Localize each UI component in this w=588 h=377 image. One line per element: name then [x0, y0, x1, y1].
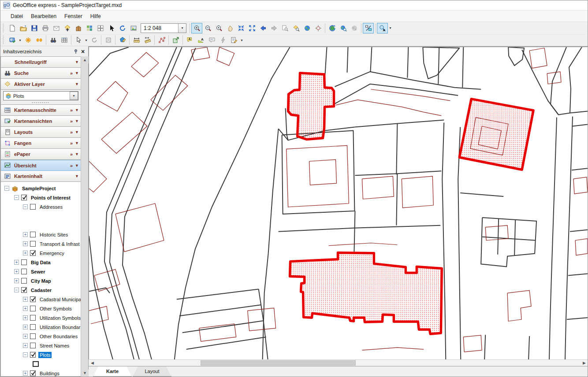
collapse-icon[interactable]: −	[14, 195, 19, 200]
expand-chevron-icon[interactable]: »	[70, 163, 73, 168]
checkbox-unchecked[interactable]	[30, 306, 36, 311]
selected-plot[interactable]	[459, 99, 533, 170]
previous-extent-button[interactable]	[257, 23, 268, 33]
new-document-button[interactable]	[7, 23, 18, 33]
panel-kartenausschnitte[interactable]: Kartenausschnitte»▼	[1, 105, 81, 116]
toolbar-dropdown-icon[interactable]: ▾	[84, 35, 89, 45]
checkbox-unchecked[interactable]	[30, 204, 36, 210]
create-points-button[interactable]	[33, 35, 45, 45]
expand-chevron-icon[interactable]: »	[70, 107, 73, 113]
layer-label[interactable]: Addresses	[38, 204, 64, 210]
layer-label[interactable]: Transport & Infrast	[38, 241, 81, 247]
toolbar-dropdown-icon[interactable]: ▾	[239, 35, 244, 45]
comment-button[interactable]	[206, 35, 217, 45]
panel-dropdown-icon[interactable]: ▼	[75, 163, 79, 168]
layer-label[interactable]: Historic Sites	[38, 232, 69, 238]
open-project-button[interactable]	[18, 23, 29, 33]
expand-icon[interactable]: +	[14, 278, 19, 283]
zoom-in-button[interactable]	[191, 23, 202, 33]
expand-icon[interactable]: +	[23, 251, 28, 255]
layer-label[interactable]: Utilization Symbols	[38, 315, 81, 321]
measure-area-button[interactable]	[142, 35, 153, 45]
export-image-button[interactable]	[128, 23, 139, 33]
identify-button[interactable]	[290, 23, 301, 33]
checkbox-unchecked[interactable]	[30, 333, 36, 339]
checkbox-checked[interactable]	[30, 352, 36, 358]
selected-plot[interactable]	[288, 73, 334, 140]
panel-resize-grip[interactable]: ▪▪▪▪▪▪▪▪▪	[3, 100, 78, 104]
find-label-button[interactable]: A	[377, 23, 388, 33]
checkbox-checked[interactable]	[30, 250, 36, 256]
panel-dropdown-icon[interactable]: ▼	[75, 174, 79, 178]
checkbox-checked[interactable]	[30, 296, 36, 302]
panel-karteninhalt[interactable]: Karteninhalt▼	[1, 171, 81, 182]
edit-geometry-button[interactable]	[117, 35, 128, 45]
expand-icon[interactable]: +	[23, 232, 28, 237]
panel-aktiverlayer[interactable]: Aktiver Layer▼	[1, 79, 81, 90]
expand-chevron-icon[interactable]: »	[70, 152, 73, 157]
layer-info-button[interactable]: 1	[7, 35, 18, 45]
print-button[interactable]	[40, 23, 51, 33]
scroll-down-icon[interactable]: ▼	[81, 370, 89, 377]
checkbox-checked[interactable]	[30, 370, 36, 376]
zoom-selection-button[interactable]	[213, 23, 224, 33]
sync-selection-button[interactable]	[89, 35, 100, 45]
menu-item-fenster[interactable]: Fenster	[60, 11, 86, 21]
expand-icon[interactable]: +	[23, 297, 28, 302]
expand-chevron-icon[interactable]: »	[70, 140, 73, 146]
add-data-button[interactable]	[62, 23, 73, 33]
map-canvas[interactable]	[89, 46, 588, 359]
checkbox-unchecked[interactable]	[30, 315, 36, 321]
panel-dropdown-icon[interactable]: ▼	[75, 82, 79, 86]
search-button[interactable]	[48, 35, 59, 45]
layer-label[interactable]: Other Symbols	[38, 306, 73, 312]
expand-chevron-icon[interactable]: »	[70, 70, 73, 76]
menu-item-bearbeiten[interactable]: Bearbeiten	[27, 11, 60, 21]
layer-label[interactable]: Big Data	[30, 259, 52, 266]
collapse-icon[interactable]: −	[14, 288, 19, 292]
layer-label[interactable]: Buildings	[38, 370, 61, 377]
expand-icon[interactable]: +	[14, 269, 19, 274]
panel-dropdown-icon[interactable]: ▼	[75, 130, 79, 134]
toggle-draft-mode-button[interactable]	[363, 23, 374, 33]
layer-label[interactable]: Utilization Boundar	[38, 324, 81, 330]
panel-schnellzugriff[interactable]: Schnellzugriff▼	[1, 57, 81, 68]
scrollbar-thumb[interactable]	[201, 360, 356, 366]
tab-layout[interactable]: Layout	[133, 366, 171, 377]
expand-icon[interactable]: +	[23, 306, 28, 311]
clip-frame-button[interactable]	[103, 35, 114, 45]
checkbox-unchecked[interactable]	[21, 269, 27, 274]
center-target-button[interactable]	[313, 23, 324, 33]
refresh-button[interactable]	[117, 23, 128, 33]
sidebar-scrollbar[interactable]: ▲ ▼	[81, 56, 88, 377]
layer-label[interactable]: Sewer	[30, 269, 46, 275]
label-slope-button[interactable]: A	[195, 35, 206, 45]
save-button[interactable]	[29, 23, 40, 33]
scroll-right-icon[interactable]: ▶	[581, 360, 588, 366]
select-features-button[interactable]	[73, 35, 84, 45]
map-horizontal-scrollbar[interactable]: ◀ ▶	[89, 359, 588, 366]
flash-feature-button[interactable]	[217, 35, 228, 45]
expand-icon[interactable]: +	[23, 343, 28, 348]
expand-chevron-icon[interactable]: »	[70, 129, 73, 135]
scroll-left-icon[interactable]: ◀	[89, 360, 96, 366]
checkbox-checked[interactable]	[21, 195, 27, 200]
expand-icon[interactable]: +	[14, 260, 19, 265]
package-button[interactable]	[73, 23, 84, 33]
scale-combo[interactable]: 1:2 048▾	[141, 23, 186, 33]
collapse-icon[interactable]: −	[23, 204, 28, 209]
toolbar-grip[interactable]	[2, 36, 5, 44]
menu-item-hilfe[interactable]: Hilfe	[86, 11, 105, 21]
menu-item-datei[interactable]: Datei	[7, 11, 27, 21]
expand-icon[interactable]: +	[23, 315, 28, 320]
checkbox-checked[interactable]	[21, 287, 27, 293]
search-map-service-button[interactable]	[338, 23, 349, 33]
combo-dropdown-icon[interactable]: ▾	[70, 92, 78, 100]
panel-dropdown-icon[interactable]: ▼	[75, 71, 79, 75]
expand-icon[interactable]: +	[23, 371, 28, 376]
checkbox-unchecked[interactable]	[21, 278, 27, 284]
checkbox-unchecked[interactable]	[30, 343, 36, 348]
map-tiles-button[interactable]	[84, 23, 95, 33]
pin-icon[interactable]	[72, 48, 79, 55]
layer-label[interactable]: Emergency	[38, 250, 66, 256]
